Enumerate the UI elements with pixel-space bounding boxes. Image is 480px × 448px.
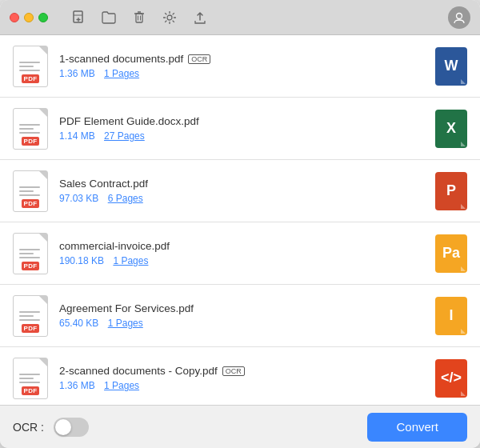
pdf-line [19, 315, 34, 317]
file-pages[interactable]: 1 Pages [113, 255, 148, 266]
file-size: 65.40 KB [59, 318, 98, 329]
output-icon-pages-app[interactable]: Pa [435, 234, 467, 273]
file-info: Agreement For Services.pdf 65.40 KB 1 Pa… [59, 302, 427, 329]
pdf-lines [19, 311, 42, 321]
file-size: 97.03 KB [59, 193, 98, 204]
trash-svg [131, 10, 147, 26]
output-icon-code[interactable]: </> [435, 359, 467, 398]
avatar-icon [453, 11, 466, 24]
pdf-line [19, 382, 40, 383]
file-pages[interactable]: 1 Pages [104, 68, 139, 79]
output-icon-indesign[interactable]: I [435, 297, 467, 335]
settings-icon[interactable] [162, 10, 178, 26]
titlebar [0, 0, 480, 35]
pdf-label: PDF [22, 137, 40, 146]
pdf-label: PDF [22, 74, 40, 83]
pdf-thumbnail: PDF [13, 233, 48, 274]
pdf-thumbnail: PDF [13, 170, 48, 212]
maximize-button[interactable] [38, 13, 48, 22]
pdf-label: PDF [22, 262, 40, 270]
main-window: PDF 1-scanned documents.pdfOCR 1.36 MB 1… [0, 0, 480, 448]
file-pages[interactable]: 27 Pages [104, 130, 145, 142]
settings-svg [162, 10, 178, 26]
file-name: PDF Element Guide.docx.pdf [59, 115, 427, 127]
pdf-thumbnail: PDF [13, 46, 48, 87]
ocr-toggle-switch[interactable] [54, 418, 89, 437]
svg-point-10 [457, 13, 462, 18]
upload-svg [192, 10, 208, 26]
minimize-button[interactable] [24, 13, 34, 22]
pdf-lines [19, 186, 42, 196]
upload-icon[interactable] [192, 10, 208, 26]
trash-icon[interactable] [131, 10, 147, 26]
svg-point-9 [167, 15, 172, 20]
file-size: 1.36 MB [59, 68, 95, 79]
file-meta: 65.40 KB 1 Pages [59, 318, 427, 329]
pdf-line [19, 374, 40, 375]
ocr-badge: OCR [222, 366, 245, 376]
output-icon-word[interactable]: W [435, 47, 467, 86]
pdf-lines [19, 374, 42, 383]
file-name: commercial-invoice.pdf [59, 240, 427, 252]
traffic-lights [10, 13, 48, 22]
pdf-label: PDF [22, 324, 40, 333]
output-icon-ppt[interactable]: P [435, 172, 467, 210]
file-name: Agreement For Services.pdf [59, 302, 427, 314]
pdf-line [19, 253, 34, 254]
pdf-thumbnail: PDF [13, 358, 48, 399]
file-info: PDF Element Guide.docx.pdf 1.14 MB 27 Pa… [59, 115, 427, 142]
pdf-line [19, 249, 40, 250]
new-file-icon[interactable] [70, 10, 86, 26]
file-pages[interactable]: 1 Pages [108, 318, 143, 329]
ocr-badge: OCR [188, 54, 210, 64]
pdf-thumbnail: PDF [13, 295, 48, 337]
file-name: 2-scanned documents - Copy.pdfOCR [59, 365, 427, 377]
pdf-line [19, 70, 40, 71]
pdf-thumbnail: PDF [13, 108, 48, 150]
pdf-line [19, 194, 40, 196]
file-size: 190.18 KB [59, 255, 104, 266]
bottom-bar: OCR : Convert [0, 405, 480, 448]
file-item[interactable]: PDF Agreement For Services.pdf 65.40 KB … [0, 285, 480, 347]
file-list: PDF 1-scanned documents.pdfOCR 1.36 MB 1… [0, 35, 480, 405]
ocr-label: OCR : [13, 421, 44, 434]
pdf-line [19, 124, 40, 126]
pdf-line [19, 66, 34, 67]
close-button[interactable] [10, 13, 19, 22]
file-item[interactable]: PDF PDF Element Guide.docx.pdf 1.14 MB 2… [0, 98, 480, 160]
avatar [448, 6, 470, 29]
file-size: 1.14 MB [59, 130, 95, 142]
pdf-label: PDF [22, 386, 40, 395]
file-pages[interactable]: 6 Pages [108, 193, 143, 204]
pdf-line [19, 311, 40, 313]
file-name: 1-scanned documents.pdfOCR [59, 53, 427, 65]
toggle-knob [55, 419, 71, 435]
new-file-svg [70, 10, 86, 26]
folder-svg [101, 10, 117, 26]
file-item[interactable]: PDF commercial-invoice.pdf 190.18 KB 1 P… [0, 222, 480, 285]
pdf-line [19, 257, 40, 258]
convert-button[interactable]: Convert [367, 413, 467, 442]
file-pages[interactable]: 1 Pages [104, 380, 139, 391]
pdf-line [19, 378, 34, 379]
pdf-line [19, 132, 40, 134]
file-meta: 190.18 KB 1 Pages [59, 255, 427, 266]
pdf-line [19, 190, 34, 192]
pdf-lines [19, 249, 42, 258]
pdf-line [19, 186, 40, 188]
file-size: 1.36 MB [59, 380, 95, 391]
ocr-toggle[interactable] [54, 418, 89, 437]
output-icon-excel[interactable]: X [435, 110, 467, 148]
pdf-lines [19, 124, 42, 134]
pdf-label: PDF [22, 199, 40, 208]
file-meta: 97.03 KB 6 Pages [59, 193, 427, 204]
file-info: Sales Contract.pdf 97.03 KB 6 Pages [59, 178, 427, 204]
open-folder-icon[interactable] [101, 10, 117, 26]
file-item[interactable]: PDF Sales Contract.pdf 97.03 KB 6 Pages … [0, 160, 480, 222]
file-item[interactable]: PDF 2-scanned documents - Copy.pdfOCR 1.… [0, 347, 480, 405]
pdf-line [19, 62, 40, 63]
pdf-line [19, 128, 34, 130]
file-item[interactable]: PDF 1-scanned documents.pdfOCR 1.36 MB 1… [0, 35, 480, 98]
file-info: 2-scanned documents - Copy.pdfOCR 1.36 M… [59, 365, 427, 391]
file-meta: 1.36 MB 1 Pages [59, 68, 427, 79]
